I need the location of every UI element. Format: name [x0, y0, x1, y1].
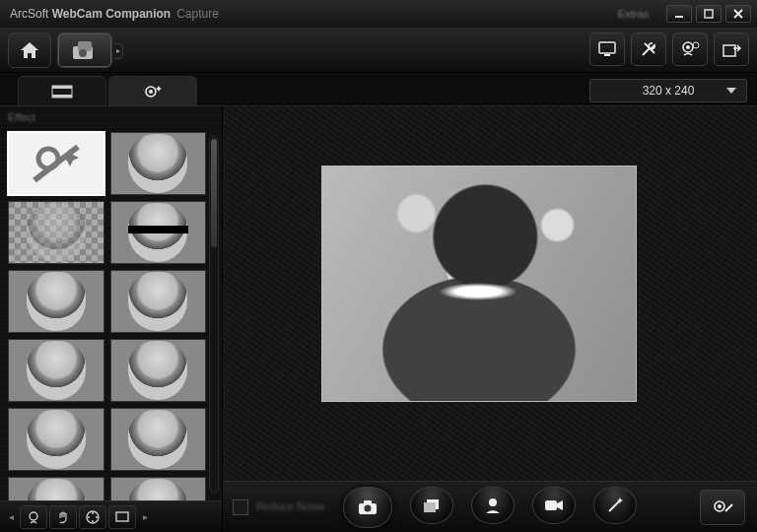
camera-stack-icon [70, 38, 100, 62]
sidebar-footer: ◂ ▸ [0, 500, 222, 532]
preview-image [322, 166, 636, 401]
webcam-icon [26, 509, 41, 525]
svg-rect-12 [52, 86, 72, 89]
footer-prev[interactable]: ◂ [4, 505, 18, 529]
filmstrip-icon [50, 84, 74, 100]
home-icon [19, 40, 40, 60]
effects-scrollbar[interactable] [209, 136, 219, 493]
webcam-sparkle-icon [142, 83, 164, 100]
svg-rect-0 [675, 16, 683, 18]
svg-point-32 [718, 504, 722, 508]
user-mask-icon [483, 496, 503, 515]
svg-point-8 [686, 45, 690, 49]
reduce-noise-checkbox[interactable] [233, 499, 248, 515]
main-toolbar: ▸ [0, 28, 757, 73]
svg-point-29 [489, 499, 497, 506]
camera-settings-button[interactable] [672, 33, 708, 66]
svg-point-26 [365, 504, 372, 511]
webcam-edit-icon [711, 498, 734, 517]
magic-wand-icon [605, 496, 625, 515]
svg-rect-3 [78, 41, 92, 51]
effects-sidebar: Effect ⋮⋮ ◂ ▸ [0, 106, 223, 532]
reduce-noise-label: Reduce Noise [256, 501, 324, 512]
footer-next[interactable]: ▸ [138, 505, 152, 529]
footer-screen-button[interactable] [108, 505, 136, 529]
extras-menu[interactable]: Extras [618, 8, 649, 20]
svg-rect-25 [364, 500, 372, 504]
face-effect-button[interactable] [471, 487, 515, 524]
effect-thumb[interactable] [8, 477, 104, 500]
maximize-button[interactable] [696, 5, 722, 23]
svg-point-15 [149, 90, 153, 94]
svg-point-9 [693, 42, 699, 48]
effect-thumb[interactable] [8, 339, 104, 402]
capture-photo-button[interactable] [343, 487, 392, 528]
capture-mode-button[interactable]: ▸ [57, 33, 112, 68]
svg-point-20 [92, 520, 94, 522]
display-settings-button[interactable] [589, 33, 625, 66]
effect-thumb[interactable] [8, 132, 104, 195]
preview-frame [321, 166, 637, 402]
share-out-icon [722, 40, 741, 58]
home-button[interactable] [8, 33, 51, 68]
app-title: ArcSoft WebCam Companion [10, 7, 171, 21]
tools-button[interactable] [631, 33, 666, 66]
record-video-button[interactable] [532, 487, 576, 524]
tab-media[interactable] [18, 76, 106, 105]
effect-thumb[interactable] [110, 132, 207, 195]
footer-webcam-button[interactable] [20, 505, 47, 529]
reduce-noise-option[interactable]: Reduce Noise [233, 499, 324, 515]
svg-rect-30 [545, 500, 557, 510]
svg-point-16 [38, 149, 58, 168]
edit-capture-button[interactable] [700, 490, 745, 525]
scrollbar-thumb[interactable] [211, 139, 217, 247]
image-stack-icon [422, 497, 442, 514]
effect-thumb[interactable] [110, 477, 207, 500]
svg-rect-10 [723, 45, 735, 56]
title-bar: ArcSoft WebCam Companion Capture Extras [0, 0, 757, 28]
webcam-gear-icon [679, 39, 701, 59]
resolution-value: 320 x 240 [643, 84, 695, 98]
effect-thumb[interactable] [110, 339, 207, 402]
capture-action-bar: Reduce Noise [223, 481, 757, 532]
effect-thumb[interactable] [8, 408, 104, 471]
resolution-dropdown[interactable]: 320 x 240 [589, 79, 747, 102]
footer-reel-button[interactable] [79, 505, 106, 529]
effect-thumb[interactable] [8, 270, 104, 333]
tab-effects[interactable] [108, 76, 197, 105]
film-reel-icon [85, 509, 101, 525]
svg-rect-13 [52, 95, 72, 98]
wand-button[interactable] [593, 487, 637, 524]
svg-point-17 [30, 512, 37, 520]
svg-point-21 [88, 516, 90, 518]
preview-panel: Reduce Noise [223, 106, 757, 532]
burst-button[interactable] [410, 487, 453, 524]
wrench-screwdriver-icon [639, 39, 658, 59]
app-subtitle: Capture [176, 7, 219, 21]
camera-icon [357, 499, 378, 516]
effect-thumb[interactable] [110, 201, 207, 264]
monitor-icon [597, 40, 617, 58]
footer-hand-button[interactable] [49, 505, 77, 529]
hand-icon [55, 509, 71, 525]
export-button[interactable] [714, 33, 749, 66]
mode-dropdown-chevron-icon[interactable]: ▸ [113, 43, 123, 59]
svg-rect-5 [599, 42, 615, 53]
effect-thumb[interactable] [110, 270, 207, 333]
svg-rect-6 [604, 54, 610, 56]
video-camera-icon [543, 498, 565, 513]
svg-rect-28 [424, 502, 436, 512]
close-button[interactable] [725, 5, 751, 23]
svg-rect-1 [705, 10, 713, 18]
sidebar-header: Effect [0, 106, 222, 128]
minimize-button[interactable] [666, 5, 692, 23]
effect-thumb[interactable] [8, 201, 104, 264]
svg-point-19 [92, 512, 94, 514]
effect-thumb[interactable] [110, 408, 207, 471]
rectangle-icon [114, 510, 130, 524]
svg-rect-23 [116, 512, 128, 521]
svg-point-22 [96, 516, 98, 518]
svg-point-4 [79, 49, 87, 57]
